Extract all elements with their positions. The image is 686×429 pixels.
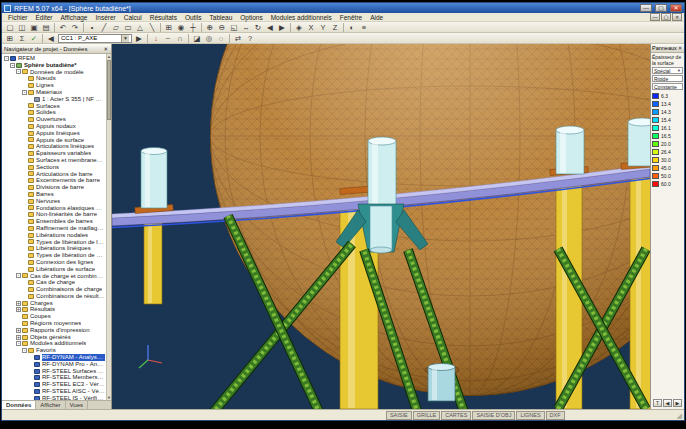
render-mode-icon[interactable]: ◐ <box>346 22 358 32</box>
menu-item-options[interactable]: Options <box>236 14 266 21</box>
legend-option-rigide[interactable]: Rigide <box>652 75 683 82</box>
tree-item[interactable]: - Favoris <box>2 347 111 354</box>
tree-item[interactable]: Appuis de surface <box>2 137 111 144</box>
menu-item-tableau[interactable]: Tableau <box>206 14 237 21</box>
tree-item[interactable]: Barres <box>2 191 111 198</box>
view-x-icon[interactable]: X <box>305 22 317 32</box>
load-case-combobox[interactable]: CC1 : P_AXE ▼ <box>58 34 132 43</box>
scroll-up-icon[interactable]: ▲ <box>107 54 111 59</box>
mdi-minimize-button[interactable]: — <box>650 13 660 21</box>
menu-item-fichier[interactable]: Fichier <box>4 14 32 21</box>
tree-expander-icon[interactable]: + <box>16 307 21 312</box>
tree-item[interactable]: - Cas de charge et combinaisons <box>2 273 111 280</box>
scrollbar-thumb[interactable] <box>107 60 111 120</box>
tree-item[interactable]: Divisions de barre <box>2 184 111 191</box>
help-icon[interactable]: ? <box>244 33 256 43</box>
tab-afficher[interactable]: Afficher <box>36 401 65 409</box>
tree-scrollbar[interactable]: ▲ ▼ <box>106 54 111 400</box>
tree-item[interactable]: - Sphère butadiène* <box>2 62 111 69</box>
close-button[interactable]: ✕ <box>670 4 682 12</box>
tree-item[interactable]: Libérations nodales <box>2 232 111 239</box>
tree-item[interactable]: Combinaisons de résultats <box>2 293 111 300</box>
grid-icon[interactable]: ⊞ <box>163 22 175 32</box>
navigator-close-icon[interactable]: ✕ <box>102 46 109 52</box>
status-toggle[interactable]: CARTES <box>441 411 471 420</box>
tree-expander-icon[interactable]: + <box>16 301 21 306</box>
legend-option-special[interactable]: Spécial ▼ <box>652 67 683 74</box>
tree-expander-icon[interactable]: - <box>10 63 15 68</box>
menu-item-resultats[interactable]: Résultats <box>146 14 181 21</box>
menu-item-editer[interactable]: Éditer <box>32 14 57 21</box>
save-icon[interactable]: ▣ <box>28 22 40 32</box>
panel-prev-button[interactable]: ◀ <box>663 399 672 407</box>
menu-item-calcul[interactable]: Calcul <box>120 14 146 21</box>
tree-item[interactable]: RF-DYNAM - Analyse dynamique (De... <box>2 354 111 361</box>
undo-icon[interactable]: ↶ <box>57 22 69 32</box>
tree-item[interactable]: + Rapports d'impression <box>2 327 111 334</box>
tree-item[interactable]: Lignes <box>2 82 111 89</box>
check-model-icon[interactable]: ✓ <box>28 33 40 43</box>
scroll-down-icon[interactable]: ▼ <box>107 395 111 400</box>
tree-item[interactable]: Combinaisons de charge <box>2 286 111 293</box>
tree-item[interactable]: Types de libération de surface <box>2 252 111 259</box>
tree-item[interactable]: Nervures <box>2 198 111 205</box>
open-file-icon[interactable]: ◫ <box>16 22 28 32</box>
snap-icon[interactable]: ◉ <box>175 22 187 32</box>
tree-item[interactable]: Ouvertures <box>2 116 111 123</box>
rotate-view-icon[interactable]: ↻ <box>252 22 264 32</box>
new-surface-icon[interactable]: ▱ <box>110 22 122 32</box>
menu-item-modules-additionnels[interactable]: Modules additionnels <box>267 14 336 21</box>
tree-item[interactable]: Surfaces <box>2 103 111 110</box>
calculate-icon[interactable]: Σ <box>16 33 28 43</box>
status-toggle[interactable]: GRILLE <box>413 411 441 420</box>
isometric-view-icon[interactable]: ◈ <box>293 22 305 32</box>
tab-donnees[interactable]: Données <box>2 401 36 409</box>
tree-expander-icon[interactable]: + <box>16 335 21 340</box>
view-y-icon[interactable]: Y <box>317 22 329 32</box>
move-view-icon[interactable]: ⇄ <box>232 33 244 43</box>
status-toggle[interactable]: SAISIE D'OBJ <box>472 411 515 420</box>
tree-item[interactable]: Sections <box>2 164 111 171</box>
zoom-in-icon[interactable]: ⊕ <box>204 22 216 32</box>
tree-expander-icon[interactable]: - <box>22 90 27 95</box>
tables-icon[interactable]: ⊞ <box>4 33 16 43</box>
tree-item[interactable]: Appuis nodaux <box>2 123 111 130</box>
next-view-icon[interactable]: ▶ <box>276 22 288 32</box>
guidelines-icon[interactable]: ┼ <box>187 22 199 32</box>
tree-item[interactable]: Articulations de barre <box>2 171 111 178</box>
status-toggle[interactable]: SAISIE <box>386 411 412 420</box>
new-support-icon[interactable]: △ <box>134 22 146 32</box>
tree-item[interactable]: Articulations linéiques <box>2 143 111 150</box>
tree-item[interactable]: Régions moyennes <box>2 320 111 327</box>
deformation-icon[interactable]: ∩ <box>174 33 186 43</box>
new-model-icon[interactable]: ▢ <box>4 22 16 32</box>
tree-item[interactable]: Surfaces et membranes orthotropes <box>2 157 111 164</box>
tree-item[interactable]: Connexion des lignes <box>2 259 111 266</box>
new-solid-icon[interactable]: ▭ <box>122 22 134 32</box>
tree-item[interactable]: Fondations élastiques de barre <box>2 205 111 212</box>
tree-item[interactable]: Coupes <box>2 313 111 320</box>
tree-item[interactable]: RF-STEEL Surfaces - Analyse générale des… <box>2 368 111 375</box>
viewport-3d[interactable] <box>112 44 650 409</box>
chevron-down-icon[interactable]: ▼ <box>121 35 129 42</box>
tree-item[interactable]: RF-STEEL Members - Analyse générale de..… <box>2 374 111 381</box>
tree-item[interactable]: Appuis linéiques <box>2 130 111 137</box>
tree-item[interactable]: + Résultats <box>2 306 111 313</box>
tree-item[interactable]: Non-linéarités de barre <box>2 211 111 218</box>
new-node-icon[interactable]: • <box>86 22 98 32</box>
legend-option-constante[interactable]: Constante <box>652 83 683 90</box>
tree-item[interactable]: Excentrements de barre <box>2 177 111 184</box>
panel-thickness-button[interactable]: T <box>653 399 662 407</box>
view-z-icon[interactable]: Z <box>329 22 341 32</box>
tree-item[interactable]: RF-STEEL AISC - Vérification des barres … <box>2 388 111 395</box>
tree-expander-icon[interactable]: + <box>16 328 21 333</box>
status-toggle[interactable]: DXF <box>546 411 565 420</box>
tree-item[interactable]: RF-STEEL EC3 - Vérification des barres s… <box>2 381 111 388</box>
tree-item[interactable]: Types de libération de ligne <box>2 239 111 246</box>
tree-item[interactable]: + Objets générés <box>2 334 111 341</box>
tree-item[interactable]: Libérations linéiques <box>2 245 111 252</box>
new-member-icon[interactable]: ╲ <box>146 22 158 32</box>
menu-item-aide[interactable]: Aide <box>366 14 387 21</box>
redo-icon[interactable]: ↷ <box>69 22 81 32</box>
tree-item[interactable]: Ensembles de barres <box>2 218 111 225</box>
